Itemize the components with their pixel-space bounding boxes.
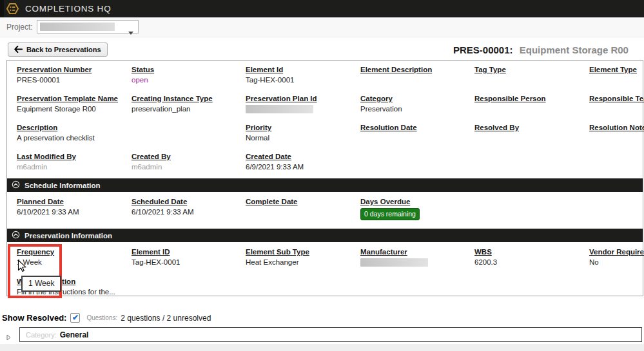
- field-complete-date: Complete Date: [246, 198, 360, 220]
- field-label: Planned Date: [17, 198, 132, 205]
- field-value: [589, 76, 641, 84]
- project-value-redacted: [40, 23, 115, 31]
- back-to-preservations-button[interactable]: Back to Preservations: [8, 43, 108, 57]
- show-resolved-label: Show Resolved:: [2, 313, 66, 323]
- work-instruction-row: Work Instruction Fill in the instruction…: [17, 278, 641, 296]
- field-label: Days Overdue: [360, 198, 474, 205]
- schedule-information-section-header[interactable]: Schedule Information: [7, 178, 643, 192]
- field-value: 6/10/2021 9:33 AM: [17, 208, 132, 216]
- field-value: Equipment Storage R00: [17, 105, 132, 113]
- back-button-label: Back to Preservations: [26, 46, 101, 53]
- field-value: m6admin: [17, 163, 132, 171]
- field-value: [589, 105, 644, 113]
- mouse-cursor-icon: [17, 260, 28, 276]
- field-value: [589, 134, 644, 142]
- preservation-row: Frequency 1 Week Element ID Tag-HEX-0001…: [17, 248, 641, 267]
- field-responsible-person: Responsible Person: [474, 95, 589, 113]
- show-resolved-row: Show Resolved: ✔ Questions: 2 questions …: [2, 313, 211, 323]
- field-preservation-template-name: Preservation Template Name Equipment Sto…: [17, 95, 132, 113]
- redacted-value: [360, 258, 428, 267]
- detail-row-4: Last Modified By m6admin Created By m6ad…: [17, 153, 641, 171]
- field-label: Resolved By: [474, 124, 589, 131]
- field-value: 6/10/2021 9:33 AM: [132, 208, 246, 216]
- field-label: Element Type: [589, 66, 641, 73]
- left-arrow-icon: [14, 46, 23, 54]
- field-value: [360, 134, 474, 142]
- field-label: Element ID: [132, 248, 246, 256]
- field-vendor-required: Vendor Required No: [589, 248, 644, 267]
- window-edge: [0, 0, 4, 17]
- field-last-modified-by: Last Modified By m6admin: [17, 153, 132, 171]
- schedule-row: Planned Date 6/10/2021 9:33 AM Scheduled…: [17, 198, 641, 220]
- field-value: Normal: [246, 134, 360, 142]
- field-preservation-plan-id: Preservation Plan Id: [246, 95, 360, 113]
- field-status: Status open: [132, 66, 246, 84]
- field-value: 6200.3: [474, 258, 589, 267]
- field-resolved-by: Resolved By: [474, 124, 589, 142]
- field-value: preservation_plan: [132, 105, 246, 113]
- field-label: Priority: [246, 124, 360, 131]
- triangle-right-icon[interactable]: [6, 332, 11, 343]
- detail-row-3: Description A preservation checklist Pri…: [17, 124, 641, 142]
- field-label: Vendor Required: [589, 248, 644, 256]
- project-label: Project:: [6, 23, 33, 32]
- section-title: Schedule Information: [24, 182, 101, 189]
- field-label: Created Date: [246, 153, 360, 160]
- field-resolution-date: Resolution Date: [360, 124, 474, 142]
- field-created-date: Created Date 6/9/2021 9:33 AM: [246, 153, 360, 171]
- category-row: Category: General: [0, 327, 644, 343]
- field-value: [474, 134, 589, 142]
- section-title: Preservation Information: [24, 232, 112, 240]
- field-label: Preservation Number: [17, 66, 132, 73]
- detail-row-2: Preservation Template Name Equipment Sto…: [17, 95, 641, 113]
- field-planned-date: Planned Date 6/10/2021 9:33 AM: [17, 198, 132, 220]
- chevron-up-circle-icon: [12, 180, 20, 190]
- checkmark-icon: ✔: [72, 314, 79, 321]
- category-value: General: [60, 330, 89, 339]
- record-number: PRES-00001:: [453, 44, 513, 55]
- field-value: [474, 76, 589, 84]
- field-value: 6/9/2021 9:33 AM: [246, 163, 360, 171]
- category-label: Category:: [26, 331, 57, 339]
- field-element-id: Element Id Tag-HEX-0001: [246, 66, 360, 84]
- field-label: Responsible Person: [474, 95, 589, 102]
- category-general-bar[interactable]: Category: General: [19, 327, 642, 342]
- field-value: PRES-00001: [17, 76, 132, 84]
- show-resolved-checkbox[interactable]: ✔: [70, 313, 80, 323]
- field-element-sub-type: Element Sub Type Heat Exchanger: [246, 248, 360, 267]
- field-category: Category Preservation: [360, 95, 474, 113]
- field-label: Preservation Template Name: [17, 95, 132, 102]
- field-label: Complete Date: [246, 198, 360, 205]
- completions-hq-logo-icon: [6, 2, 19, 15]
- field-label: WBS: [474, 248, 589, 256]
- field-priority: Priority Normal: [246, 124, 360, 142]
- field-tag-type: Tag Type: [474, 66, 589, 84]
- field-value: m6admin: [132, 163, 246, 171]
- field-value: [246, 208, 360, 216]
- field-label: Status: [132, 66, 246, 73]
- field-label: Manufacturer: [360, 248, 474, 256]
- field-value: No: [589, 258, 644, 267]
- field-value: A preservation checklist: [17, 134, 246, 142]
- preservation-information-section-header[interactable]: Preservation Information: [7, 229, 643, 242]
- field-preservation-number: Preservation Number PRES-00001: [17, 66, 132, 84]
- field-element-id-pres: Element ID Tag-HEX-0001: [132, 248, 246, 267]
- field-description: Description A preservation checklist: [17, 124, 246, 142]
- record-title: Equipment Storage R00: [520, 44, 629, 55]
- field-label: Element Id: [246, 66, 360, 73]
- app-title: COMPLETIONS HQ: [25, 4, 111, 14]
- field-wbs: WBS 6200.3: [474, 248, 589, 267]
- field-manufacturer: Manufacturer: [360, 248, 474, 267]
- field-label: Preservation Plan Id: [246, 95, 360, 102]
- field-label: Responsible Team: [589, 95, 644, 102]
- questions-label: Questions:: [86, 314, 117, 321]
- app-header: COMPLETIONS HQ: [0, 0, 644, 17]
- field-label: Element Description: [360, 66, 474, 73]
- field-label: Element Sub Type: [246, 248, 360, 256]
- field-days-overdue: Days Overdue 0 days remaining: [360, 198, 474, 220]
- field-value: Tag-HEX-0001: [246, 76, 360, 84]
- bottom-strip: [0, 344, 644, 351]
- field-value: Preservation: [360, 105, 474, 113]
- project-dropdown[interactable]: [37, 20, 139, 33]
- field-resolution-note: Resolution Note: [589, 124, 644, 142]
